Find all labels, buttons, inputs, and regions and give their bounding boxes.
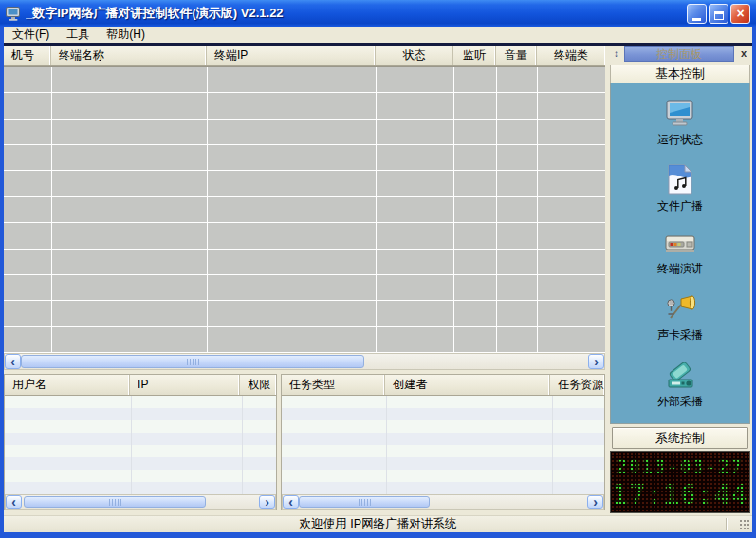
scroll-left-icon: ‹: [11, 495, 16, 509]
tasks-table-body[interactable]: [282, 396, 604, 494]
column-header-monitor[interactable]: 监听: [453, 46, 496, 65]
table-row[interactable]: [4, 327, 605, 353]
scroll-left-icon: ‹: [288, 495, 293, 509]
scroll-right-icon: ›: [594, 355, 599, 368]
table-row[interactable]: [4, 93, 605, 119]
panel-item-label: 终端演讲: [657, 261, 703, 277]
clock-time: 17:16:44: [611, 479, 749, 510]
collapse-arrows-icon: ↕: [614, 48, 618, 59]
column-header-ip[interactable]: IP: [130, 375, 240, 395]
status-message: 欢迎使用 IP网络广播对讲系统: [300, 517, 456, 530]
scroll-left-icon: ‹: [10, 355, 15, 368]
statusbar-divider: [726, 518, 728, 530]
table-row[interactable]: [4, 301, 605, 326]
panel-item-label: 文件广播: [657, 198, 703, 214]
external-device-icon: [663, 359, 697, 391]
terminal-table-body[interactable]: [4, 66, 605, 353]
column-header-username[interactable]: 用户名: [5, 375, 130, 395]
maximize-button[interactable]: [709, 4, 728, 24]
users-table-hscrollbar[interactable]: ‹ ›: [5, 494, 276, 510]
users-table-header: 用户名 IP 权限: [5, 375, 276, 396]
scroll-left-button[interactable]: ‹: [5, 354, 21, 369]
column-header-status[interactable]: 状态: [376, 46, 453, 65]
close-icon: ×: [731, 5, 749, 22]
column-header-creator[interactable]: 创建者: [385, 375, 550, 395]
table-row[interactable]: [4, 67, 605, 93]
scroll-right-button[interactable]: ›: [259, 495, 275, 509]
panel-item-file-broadcast[interactable]: 文件广播: [657, 163, 703, 214]
minimize-icon: [692, 18, 701, 21]
system-control-header[interactable]: 系统控制: [612, 427, 748, 449]
panel-close-button[interactable]: x: [737, 47, 750, 61]
resize-grip[interactable]: [738, 518, 750, 530]
scrollbar-thumb[interactable]: [21, 355, 364, 368]
scrollbar-grip-icon: [359, 499, 371, 506]
tasks-table-header: 任务类型 创建者 任务资源: [282, 375, 604, 396]
column-header-terminal-type[interactable]: 终端类: [537, 46, 605, 65]
column-header-volume[interactable]: 音量: [496, 46, 537, 65]
panel-item-label: 声卡采播: [657, 327, 703, 343]
menu-tools[interactable]: 工具: [58, 27, 98, 43]
column-header-terminal-ip[interactable]: 终端IP: [207, 46, 376, 65]
panel-item-running-status[interactable]: 运行状态: [657, 97, 703, 148]
scrollbar-track[interactable]: [299, 495, 587, 509]
control-panel: ↕ 控制面板 x 基本控制 运行状态: [608, 46, 752, 515]
table-row[interactable]: [4, 145, 605, 171]
panel-close-icon: x: [741, 47, 747, 59]
panel-item-terminal-speech[interactable]: 终端演讲: [657, 230, 703, 277]
table-row[interactable]: [4, 120, 605, 145]
terminal-table-header: 机号 终端名称 终端IP 状态 监听 音量 终端类: [4, 46, 605, 66]
table-row[interactable]: [4, 275, 605, 301]
menu-bar: 文件(F) 工具 帮助(H): [4, 27, 752, 43]
column-header-permission[interactable]: 权限: [240, 375, 276, 395]
tasks-table-hscrollbar[interactable]: ‹ ›: [282, 494, 604, 510]
app-window: _数字IP网络广播对讲控制软件(演示版) V2.1.22 × 文件(F) 工具 …: [0, 0, 756, 538]
close-button[interactable]: ×: [730, 4, 750, 24]
scrollbar-grip-icon: [109, 499, 121, 506]
clock-date: 2013-03-27: [611, 453, 749, 479]
panel-item-external-broadcast[interactable]: 外部采播: [657, 359, 703, 410]
table-row[interactable]: [4, 223, 605, 249]
window-title: _数字IP网络广播对讲控制软件(演示版) V2.1.22: [26, 5, 687, 22]
scroll-right-button[interactable]: ›: [588, 354, 604, 369]
table-row[interactable]: [4, 250, 605, 275]
scroll-right-icon: ›: [265, 495, 269, 509]
app-icon: [5, 5, 22, 22]
scrollbar-thumb[interactable]: [24, 496, 206, 508]
scroll-left-button[interactable]: ‹: [6, 495, 22, 509]
basic-control-items: 运行状态 文件广播: [610, 83, 750, 424]
scrollbar-track[interactable]: [21, 354, 588, 369]
column-header-terminal-name[interactable]: 终端名称: [51, 46, 207, 65]
maximize-icon: [714, 11, 724, 20]
panel-item-label: 运行状态: [657, 132, 703, 148]
table-row[interactable]: [4, 197, 605, 223]
control-panel-title[interactable]: 控制面板: [624, 46, 734, 62]
panel-collapse-button[interactable]: ↕: [608, 46, 624, 62]
basic-control-header[interactable]: 基本控制: [610, 65, 750, 83]
scrollbar-grip-icon: [187, 359, 199, 365]
soundcard-speaker-icon: [663, 292, 697, 325]
column-header-task-type[interactable]: 任务类型: [282, 375, 385, 395]
status-bar: 欢迎使用 IP网络广播对讲系统: [4, 515, 752, 532]
content-area: 文件(F) 工具 帮助(H) 机号 终端名称 终端IP 状态 监听 音量 终端类: [4, 27, 752, 532]
menu-help[interactable]: 帮助(H): [98, 27, 154, 43]
panel-item-soundcard-broadcast[interactable]: 声卡采播: [657, 292, 703, 343]
column-header-machine-no[interactable]: 机号: [4, 46, 51, 65]
panel-item-label: 外部采播: [657, 394, 703, 410]
scroll-right-button[interactable]: ›: [587, 495, 603, 509]
table-row[interactable]: [4, 171, 605, 196]
terminal-table-hscrollbar[interactable]: ‹ ›: [4, 353, 605, 370]
column-header-task-resource[interactable]: 任务资源: [550, 375, 604, 395]
scrollbar-thumb[interactable]: [299, 496, 430, 508]
scrollbar-track[interactable]: [22, 495, 259, 509]
users-table-body[interactable]: [5, 396, 276, 494]
control-panel-titlebar: ↕ 控制面板 x: [608, 46, 752, 63]
digital-clock: 2013-03-27 17:16:44: [610, 451, 750, 513]
scroll-left-button[interactable]: ‹: [283, 495, 299, 509]
music-file-icon: [664, 163, 696, 195]
menu-file[interactable]: 文件(F): [4, 27, 58, 43]
minimize-button[interactable]: [687, 4, 707, 24]
monitor-icon: [664, 97, 696, 129]
terminal-device-icon: [663, 230, 697, 258]
title-bar: _数字IP网络广播对讲控制软件(演示版) V2.1.22 ×: [0, 0, 756, 27]
